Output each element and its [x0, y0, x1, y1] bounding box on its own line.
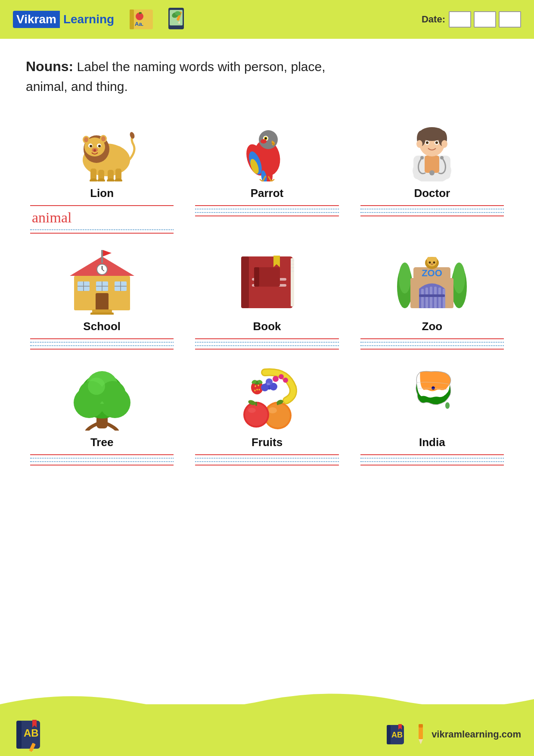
item-doctor: Doctor: [356, 109, 508, 242]
fruits-label: Fruits: [251, 436, 283, 449]
school-line-dotted2: [30, 345, 174, 346]
lion-line-top: [30, 205, 174, 206]
item-school: School: [26, 242, 178, 358]
svg-point-152: [279, 374, 284, 379]
svg-point-144: [254, 390, 255, 391]
svg-point-142: [258, 384, 259, 386]
svg-point-141: [255, 385, 256, 387]
school-image: [65, 247, 139, 316]
svg-point-32: [93, 149, 96, 152]
svg-text:ZOO: ZOO: [422, 268, 442, 278]
footer-website: vikramlearning.com: [432, 729, 521, 740]
svg-point-4: [139, 12, 142, 14]
item-parrot: Parrot: [191, 109, 343, 242]
header: Vikram Learning Aa. Date: [0, 0, 534, 39]
svg-rect-87: [241, 256, 249, 308]
svg-rect-69: [101, 250, 103, 263]
svg-point-64: [429, 170, 435, 175]
svg-rect-107: [438, 287, 441, 308]
footer-logo-left: AB: [13, 717, 47, 752]
instruction-text: Nouns: Label the naming words with perso…: [26, 56, 508, 96]
lion-writing-lines: animal: [30, 205, 174, 234]
svg-rect-85: [90, 312, 114, 315]
tree-image: [65, 362, 139, 431]
tree-writing-lines: [30, 454, 174, 465]
book-line-top: [195, 338, 338, 339]
school-line-bottom: [30, 349, 174, 350]
svg-point-62: [426, 141, 428, 144]
parrot-line-top: [195, 205, 338, 206]
items-grid: Lion animal: [26, 109, 508, 474]
book-label: Book: [253, 320, 281, 333]
zoo-writing-lines: [360, 338, 504, 350]
svg-point-154: [445, 402, 450, 409]
footer-inner: AB AB: [0, 717, 534, 752]
svg-rect-105: [430, 287, 432, 308]
svg-rect-163: [387, 725, 391, 744]
doctor-line-top: [360, 205, 504, 206]
item-india: India: [356, 358, 508, 474]
footer-pencil-icon: [414, 722, 427, 747]
doctor-line-dotted2: [360, 212, 504, 213]
svg-point-40: [259, 130, 278, 149]
fruits-image: [230, 362, 304, 431]
svg-point-66: [440, 156, 444, 159]
parrot-line-bottom: [195, 216, 338, 216]
date-box-2[interactable]: [474, 11, 496, 28]
svg-point-58: [416, 140, 422, 148]
parrot-line-dotted1: [195, 209, 338, 209]
lion-label: Lion: [90, 187, 114, 200]
book-line-dotted1: [195, 342, 338, 343]
parrot-image: [230, 113, 304, 182]
zoo-line-bottom: [360, 349, 504, 350]
date-label: Date:: [422, 14, 445, 25]
svg-rect-71: [96, 293, 109, 310]
svg-text:AB: AB: [24, 727, 39, 739]
date-input-boxes: [449, 11, 521, 28]
header-tablet-icon: [165, 6, 191, 32]
svg-rect-108: [443, 289, 445, 308]
date-box-1[interactable]: [449, 11, 471, 28]
book-writing-lines: [195, 338, 338, 350]
lion-line-dotted: [30, 229, 174, 230]
zoo-label: Zoo: [422, 320, 443, 333]
svg-point-63: [435, 141, 438, 144]
parrot-writing-lines: [195, 205, 338, 216]
svg-point-30: [98, 145, 101, 147]
svg-point-43: [264, 137, 267, 139]
parrot-label: Parrot: [251, 187, 284, 200]
india-line-bottom: [360, 465, 504, 465]
svg-point-117: [433, 261, 435, 263]
tree-label: Tree: [90, 436, 114, 449]
lion-line-bottom: [30, 233, 174, 234]
svg-point-133: [245, 403, 267, 426]
india-line-dotted1: [360, 458, 504, 459]
svg-point-143: [256, 389, 258, 390]
main-content: Nouns: Label the naming words with perso…: [0, 39, 534, 483]
svg-point-59: [441, 140, 447, 148]
fruits-line-dotted2: [195, 461, 338, 462]
lion-answer: animal: [30, 209, 174, 226]
zoo-line-dotted2: [360, 345, 504, 346]
date-box-3[interactable]: [499, 11, 521, 28]
svg-point-26: [101, 136, 106, 141]
doctor-line-bottom: [360, 216, 504, 216]
svg-point-100: [399, 262, 411, 294]
school-label: School: [83, 320, 121, 333]
svg-point-65: [420, 156, 424, 159]
svg-rect-92: [254, 267, 259, 287]
item-fruits: Fruits: [191, 358, 343, 474]
svg-point-126: [88, 378, 105, 395]
svg-rect-168: [419, 724, 423, 728]
doctor-image: [395, 113, 469, 182]
svg-text:Aa.: Aa.: [135, 21, 143, 27]
school-line-top: [30, 338, 174, 339]
footer: AB AB: [0, 704, 534, 756]
doctor-writing-lines: [360, 205, 504, 216]
svg-rect-103: [421, 289, 424, 308]
school-writing-lines: [30, 338, 174, 350]
book-line-dotted2: [195, 345, 338, 346]
tree-line-dotted2: [30, 461, 174, 462]
logo: Vikram Learning: [13, 11, 118, 28]
book-image: [230, 247, 304, 316]
